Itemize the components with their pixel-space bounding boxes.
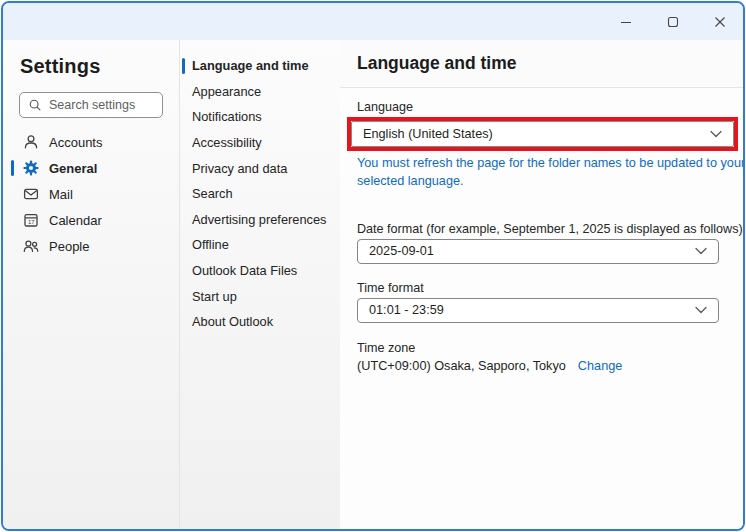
language-and-time-panel: Language and time Language English (Unit…	[340, 40, 745, 529]
red-highlight-rectangle: English (United States)	[347, 117, 738, 151]
nav-item-label: Language and time	[192, 58, 309, 73]
nav-item-privacy-and-data[interactable]: Privacy and data	[180, 155, 340, 181]
nav-item-search[interactable]: Search	[180, 181, 340, 207]
nav-item-label: Accessibility	[192, 135, 262, 150]
nav-item-accessibility[interactable]: Accessibility	[180, 130, 340, 156]
date-format-value: 2025-09-01	[369, 244, 434, 258]
language-dropdown-value: English (United States)	[363, 127, 493, 141]
chevron-down-icon	[710, 130, 722, 138]
gear-icon	[23, 160, 39, 176]
time-zone-value: (UTC+09:00) Osaka, Sapporo, Tokyo	[357, 359, 566, 373]
sidebar-item-label: Calendar	[49, 213, 102, 228]
selected-indicator	[182, 58, 185, 74]
sidebar-item-label: General	[49, 161, 97, 176]
nav-item-label: Privacy and data	[192, 161, 287, 176]
nav-item-about-outlook[interactable]: About Outlook	[180, 309, 340, 335]
general-settings-nav: Language and time Appearance Notificatio…	[180, 40, 340, 529]
sidebar-item-people[interactable]: People	[19, 233, 163, 259]
nav-item-offline[interactable]: Offline	[180, 232, 340, 258]
search-settings-input[interactable]	[49, 98, 154, 112]
language-dropdown[interactable]: English (United States)	[351, 121, 734, 147]
maximize-icon	[667, 16, 679, 28]
nav-item-outlook-data-files[interactable]: Outlook Data Files	[180, 258, 340, 284]
minimize-button[interactable]	[602, 7, 649, 37]
sidebar-item-label: Mail	[49, 187, 73, 202]
calendar-icon: 17	[23, 212, 39, 228]
chevron-down-icon	[695, 306, 707, 314]
nav-item-appearance[interactable]: Appearance	[180, 79, 340, 105]
time-format-value: 01:01 - 23:59	[369, 303, 444, 317]
settings-sidebar: Settings Accounts	[3, 40, 180, 529]
nav-item-label: Outlook Data Files	[192, 263, 297, 278]
maximize-button[interactable]	[649, 7, 696, 37]
people-icon	[23, 238, 39, 254]
chevron-down-icon	[695, 247, 707, 255]
nav-item-label: Offline	[192, 237, 229, 252]
language-label: Language	[357, 100, 745, 114]
nav-item-start-up[interactable]: Start up	[180, 283, 340, 309]
sidebar-item-general[interactable]: General	[19, 155, 163, 181]
minimize-icon	[620, 16, 632, 28]
nav-item-label: Appearance	[192, 84, 261, 99]
search-icon	[28, 98, 42, 112]
nav-item-notifications[interactable]: Notifications	[180, 104, 340, 130]
nav-item-label: Advertising preferences	[192, 212, 326, 227]
date-format-dropdown[interactable]: 2025-09-01	[357, 239, 719, 264]
nav-item-label: About Outlook	[192, 314, 273, 329]
time-format-dropdown[interactable]: 01:01 - 23:59	[357, 298, 719, 323]
sidebar-item-label: Accounts	[49, 135, 102, 150]
nav-item-language-and-time[interactable]: Language and time	[180, 53, 340, 79]
selected-indicator	[11, 160, 14, 176]
title-bar	[3, 3, 743, 40]
nav-item-label: Start up	[192, 289, 237, 304]
settings-window: Settings Accounts	[1, 1, 745, 531]
nav-item-label: Notifications	[192, 109, 262, 124]
panel-header: Language and time	[340, 40, 745, 88]
date-format-label: Date format (for example, September 1, 2…	[357, 222, 745, 236]
time-format-label: Time format	[357, 281, 745, 295]
sidebar-item-mail[interactable]: Mail	[19, 181, 163, 207]
svg-text:17: 17	[28, 219, 35, 225]
settings-heading: Settings	[20, 55, 163, 78]
nav-item-label: Search	[192, 186, 233, 201]
panel-title: Language and time	[357, 53, 516, 74]
time-zone-label: Time zone	[357, 341, 745, 355]
person-icon	[23, 134, 39, 150]
nav-item-advertising-preferences[interactable]: Advertising preferences	[180, 207, 340, 233]
sidebar-item-label: People	[49, 239, 89, 254]
close-button[interactable]	[696, 7, 743, 37]
mail-icon	[23, 186, 39, 202]
close-icon	[714, 16, 726, 28]
search-settings-box[interactable]	[19, 92, 163, 118]
sidebar-item-calendar[interactable]: 17 Calendar	[19, 207, 163, 233]
sidebar-item-accounts[interactable]: Accounts	[19, 129, 163, 155]
language-refresh-note: You must refresh the page for the folder…	[357, 154, 745, 191]
time-zone-change-link[interactable]: Change	[578, 359, 622, 373]
